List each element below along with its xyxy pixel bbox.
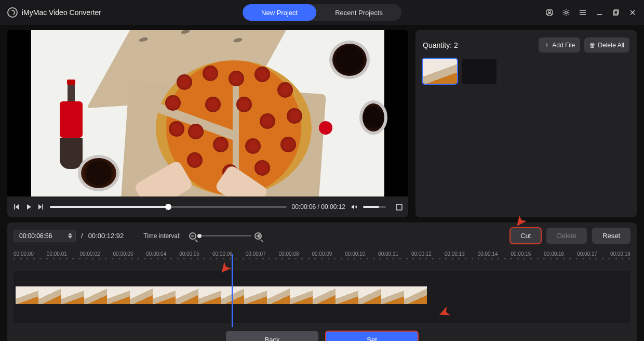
filmstrip-frame (176, 286, 198, 304)
tick-label: 00:00:12 (411, 251, 432, 257)
tick-label: 00:00:14 (478, 251, 498, 257)
tick-label: 00:00:07 (246, 251, 266, 257)
menu-icon[interactable] (579, 8, 587, 17)
seek-bar[interactable] (50, 206, 287, 208)
player-time: 00:00:06 / 00:00:12 (292, 203, 345, 211)
tick-label: 00:00:08 (279, 251, 299, 257)
tick-label: 00:00:02 (80, 251, 100, 257)
set-label: Set (367, 336, 377, 342)
set-button[interactable]: Set (326, 331, 418, 341)
filmstrip-frame (84, 286, 107, 304)
filmstrip-frame (153, 286, 176, 304)
delete-all-button[interactable]: 🗑Delete All (584, 37, 629, 53)
add-file-button[interactable]: ＋Add File (539, 37, 580, 53)
editor-action-row: Back Set (14, 331, 630, 341)
clip-list-panel: Quantity: 2 ＋Add File 🗑Delete All (415, 30, 637, 217)
tab-new-project-label: New Project (261, 9, 298, 17)
svg-point-1 (548, 10, 551, 12)
delete-all-label: Delete All (598, 42, 624, 49)
tab-new-project[interactable]: New Project (243, 4, 316, 21)
trash-icon: 🗑 (589, 42, 596, 49)
filmstrip-frame (198, 286, 221, 304)
filmstrip-frame (404, 286, 427, 304)
filmstrip (16, 286, 431, 304)
tick-label: 00:00:11 (378, 251, 398, 257)
tick-label: 00:00:06 (212, 251, 233, 257)
cut-button[interactable]: Cut (510, 228, 541, 244)
titlebar: iMyMac Video Converter New Project Recen… (0, 0, 644, 25)
svg-rect-5 (396, 204, 402, 210)
delete-button[interactable]: Delete (546, 228, 587, 244)
window-maximize-icon[interactable] (612, 8, 620, 17)
window-close-icon[interactable] (628, 8, 637, 17)
skip-end-icon[interactable] (37, 203, 45, 211)
zoom-control (189, 232, 262, 240)
player-controls: 00:00:06 / 00:00:12 (7, 196, 408, 217)
tab-recent-projects-label: Recent Projects (335, 9, 383, 17)
tick-label: 00:00:00 (14, 251, 34, 257)
video-frame-still (31, 30, 384, 196)
tick-label: 00:00:03 (113, 251, 133, 257)
quantity-label: Quantity: 2 (423, 41, 458, 49)
tick-label: 00:00:16 (544, 251, 564, 257)
svg-point-2 (565, 11, 568, 14)
tab-recent-projects[interactable]: Recent Projects (316, 4, 401, 21)
side-column: Quantity: 2 ＋Add File 🗑Delete All (415, 30, 637, 217)
clip-thumbnails (423, 59, 629, 84)
position-input[interactable] (19, 232, 64, 240)
skip-start-icon[interactable] (12, 203, 20, 211)
position-spinbox[interactable] (14, 230, 76, 242)
fullscreen-icon[interactable] (395, 203, 403, 211)
reset-button[interactable]: Reset (592, 228, 630, 244)
filmstrip-frame (267, 286, 290, 304)
time-interval-label: Time interval: (143, 232, 181, 240)
timeline-ruler[interactable]: 00:00:0000:00:0100:00:0200:00:0300:00:04… (14, 251, 630, 266)
volume-icon[interactable] (351, 203, 358, 211)
tick-label: 00:00:04 (146, 251, 166, 257)
position-stepper[interactable] (68, 233, 72, 239)
tick-label: 00:00:01 (47, 251, 67, 257)
app-title: iMyMac Video Converter (22, 8, 101, 17)
tick-label: 00:00:17 (577, 251, 597, 257)
editor-toolbar: / 00:00:12:92 Time interval: Cut Delete … (14, 228, 630, 244)
playhead[interactable] (232, 254, 233, 327)
plus-icon: ＋ (544, 41, 550, 49)
filmstrip-frame (130, 286, 153, 304)
reset-label: Reset (602, 232, 620, 240)
preview-column: 00:00:06 / 00:00:12 (7, 30, 408, 217)
timeline-strip[interactable] (14, 271, 630, 323)
window-minimize-icon[interactable] (595, 8, 603, 17)
app-logo-icon (7, 7, 18, 18)
zoom-in-icon[interactable] (254, 232, 262, 240)
back-button[interactable]: Back (226, 331, 318, 341)
cut-label: Cut (520, 232, 531, 240)
add-file-label: Add File (552, 42, 575, 49)
tick-label: 00:00:13 (445, 251, 465, 257)
filmstrip-frame (244, 286, 267, 304)
preview-card: 00:00:06 / 00:00:12 (7, 30, 408, 217)
project-tabs: New Project Recent Projects (243, 4, 401, 21)
zoom-out-icon[interactable] (189, 232, 196, 240)
tick-label: 00:00:10 (345, 251, 365, 257)
play-icon[interactable] (25, 203, 32, 211)
clip-thumbnail-1[interactable] (423, 59, 457, 84)
user-icon[interactable] (545, 8, 554, 17)
clip-thumbnail-2[interactable] (462, 59, 497, 84)
window-controls (545, 8, 637, 17)
tick-label: 00:00:15 (511, 251, 531, 257)
filmstrip-frame (16, 286, 38, 304)
gear-icon[interactable] (562, 8, 570, 17)
filmstrip-frame (336, 286, 358, 304)
separator: / (81, 232, 83, 240)
tick-label: 00:00:05 (179, 251, 199, 257)
video-preview[interactable] (7, 30, 408, 196)
timeline-editor: / 00:00:12:92 Time interval: Cut Delete … (7, 222, 637, 341)
duration-value: 00:00:12:92 (88, 232, 124, 240)
volume-slider[interactable] (363, 206, 386, 208)
filmstrip-frame (38, 286, 61, 304)
delete-label: Delete (557, 232, 576, 240)
zoom-slider[interactable] (199, 235, 251, 237)
clip-list-header: Quantity: 2 ＋Add File 🗑Delete All (423, 37, 629, 53)
filmstrip-frame (61, 286, 84, 304)
main-row: 00:00:06 / 00:00:12 Quantity: 2 ＋Add Fil… (0, 25, 644, 217)
